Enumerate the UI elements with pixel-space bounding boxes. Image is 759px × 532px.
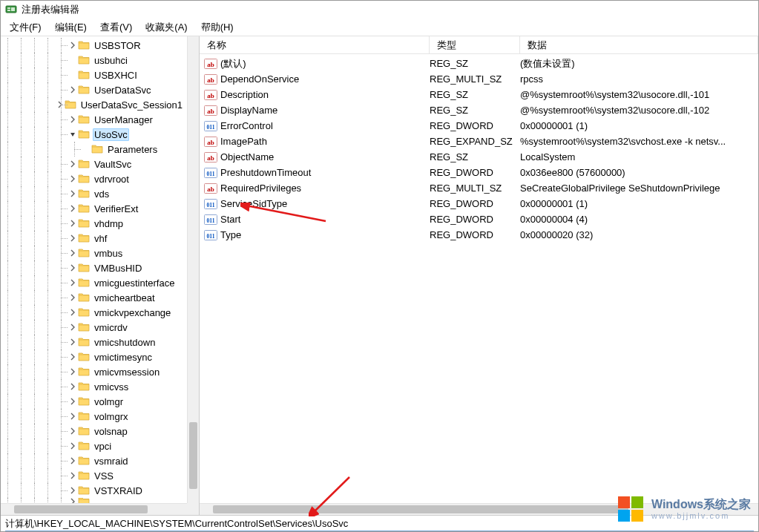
expand-icon[interactable] [68, 159, 78, 169]
tree-item[interactable]: UserDataSvc [1, 82, 187, 97]
tree-item[interactable]: volmgrx [1, 409, 187, 424]
registry-tree[interactable]: USBSTORusbuhciUSBXHCIUserDataSvcUserData… [1, 36, 187, 503]
tree-item[interactable]: vmicrdv [1, 320, 187, 335]
value-row[interactable]: 011ServiceSidTypeREG_DWORD0x00000001 (1) [200, 196, 758, 211]
tree-item[interactable]: VerifierExt [1, 201, 187, 216]
value-row[interactable]: abImagePathREG_EXPAND_SZ%systemroot%\sys… [200, 134, 758, 149]
folder-icon [78, 470, 90, 482]
expand-icon[interactable] [68, 174, 78, 184]
tree-item[interactable]: VSTXRAID [1, 483, 187, 498]
expand-icon[interactable] [68, 85, 78, 95]
value-row[interactable]: 011StartREG_DWORD0x00000004 (4) [200, 211, 758, 227]
folder-icon [78, 321, 90, 333]
expand-icon[interactable] [68, 322, 78, 332]
expand-icon[interactable] [68, 352, 78, 362]
value-row[interactable]: abDisplayNameREG_SZ@%systemroot%\system3… [200, 102, 758, 118]
expand-icon[interactable] [68, 40, 78, 50]
menu-help[interactable]: 帮助(H) [195, 19, 240, 36]
expand-icon[interactable] [68, 381, 78, 392]
expand-icon[interactable] [68, 278, 78, 288]
tree-item[interactable]: vmictimesync [1, 349, 187, 364]
value-row[interactable]: 011PreshutdownTimeoutREG_DWORD0x036ee800… [200, 165, 758, 180]
tree-item[interactable]: usbuhci [1, 53, 187, 68]
expand-icon[interactable] [68, 367, 78, 377]
expand-icon[interactable] [68, 188, 78, 199]
scrollbar-thumb[interactable] [189, 422, 197, 489]
expand-icon[interactable] [68, 426, 78, 436]
value-data: 0x00000020 (32) [520, 229, 758, 240]
expand-icon[interactable] [68, 233, 78, 243]
expand-icon[interactable] [68, 470, 78, 481]
value-name: PreshutdownTimeout [220, 167, 311, 178]
collapse-icon[interactable] [68, 129, 78, 139]
tree-item[interactable]: volsnap [1, 424, 187, 439]
value-data: rpcss [520, 73, 758, 85]
header-data[interactable]: 数据 [520, 36, 758, 53]
value-row[interactable]: abDescriptionREG_SZ@%systemroot%\system3… [200, 87, 758, 102]
tree-item-label: vmicvmsession [93, 367, 161, 378]
expand-icon[interactable] [68, 337, 78, 347]
tree-item[interactable]: vmbus [1, 246, 187, 260]
tree-item[interactable]: UsoSvc [1, 127, 187, 142]
expand-icon[interactable] [68, 114, 78, 125]
expand-icon[interactable] [68, 248, 78, 258]
expand-icon[interactable] [68, 441, 78, 451]
tree-item[interactable]: VMBusHID [1, 260, 187, 275]
value-type: REG_EXPAND_SZ [430, 136, 520, 147]
tree-item[interactable]: vmicvss [1, 379, 187, 394]
tree-item[interactable]: vhdmp [1, 216, 187, 231]
expand-icon[interactable] [68, 411, 78, 421]
tree-scrollbar-horizontal[interactable] [1, 503, 187, 515]
tree-scrollbar-vertical[interactable] [187, 36, 199, 503]
expand-icon[interactable] [68, 456, 78, 466]
tree-item[interactable]: USBXHCI [1, 68, 187, 82]
expand-icon[interactable] [68, 203, 78, 214]
value-row[interactable]: ab(默认)REG_SZ(数值未设置) [200, 56, 758, 71]
value-row[interactable]: 011ErrorControlREG_DWORD0x00000001 (1) [200, 118, 758, 134]
value-row[interactable]: abDependOnServiceREG_MULTI_SZrpcss [200, 71, 758, 87]
header-name[interactable]: 名称 [200, 36, 430, 53]
expand-icon[interactable] [68, 485, 78, 496]
header-type[interactable]: 类型 [430, 36, 520, 53]
tree-item-label: VMBusHID [93, 263, 143, 274]
tree-item-label: vds [93, 188, 111, 200]
expand-icon[interactable] [68, 307, 78, 318]
expand-icon[interactable] [68, 292, 78, 303]
tree-item[interactable]: vds [1, 186, 187, 201]
scrollbar-thumb[interactable] [14, 505, 148, 513]
tree-item[interactable]: vdrvroot [1, 171, 187, 186]
value-type: REG_MULTI_SZ [430, 73, 520, 85]
tree-item[interactable]: VSS [1, 468, 187, 483]
value-type: REG_SZ [430, 89, 520, 100]
expand-icon[interactable] [68, 396, 78, 407]
tree-item[interactable]: VaultSvc [1, 157, 187, 171]
tree-item[interactable]: vhf [1, 231, 187, 246]
value-row[interactable]: abRequiredPrivilegesREG_MULTI_SZSeCreate… [200, 180, 758, 196]
tree-item[interactable]: UserDataSvc_Session1 [1, 97, 187, 112]
tree-item[interactable]: vmicvmsession [1, 364, 187, 379]
tree-item[interactable]: vmickvpexchange [1, 305, 187, 320]
tree-item[interactable]: volmgr [1, 394, 187, 409]
registry-values-list[interactable]: ab(默认)REG_SZ(数值未设置)abDependOnServiceREG_… [200, 54, 758, 503]
tree-item[interactable]: vmicshutdown [1, 335, 187, 349]
list-scrollbar-horizontal[interactable] [200, 503, 758, 515]
binary-value-icon: 011 [204, 167, 217, 179]
tree-item[interactable]: Parameters [1, 142, 187, 157]
menu-view[interactable]: 查看(V) [94, 19, 138, 36]
tree-item[interactable]: vmicguestinterface [1, 275, 187, 290]
expand-icon[interactable] [68, 498, 78, 503]
tree-item[interactable]: USBSTOR [1, 38, 187, 53]
menu-edit[interactable]: 编辑(E) [49, 19, 93, 36]
expand-icon[interactable] [68, 263, 78, 273]
value-row[interactable]: 011TypeREG_DWORD0x00000020 (32) [200, 227, 758, 243]
tree-item[interactable] [1, 498, 187, 503]
tree-item[interactable]: vsmraid [1, 453, 187, 468]
scrollbar-thumb[interactable] [213, 505, 628, 513]
menu-favorites[interactable]: 收藏夹(A) [139, 19, 193, 36]
value-row[interactable]: abObjectNameREG_SZLocalSystem [200, 149, 758, 165]
menu-file[interactable]: 文件(F) [4, 19, 47, 36]
tree-item[interactable]: vpci [1, 439, 187, 453]
tree-item[interactable]: vmicheartbeat [1, 290, 187, 305]
tree-item[interactable]: UserManager [1, 112, 187, 127]
expand-icon[interactable] [68, 218, 78, 229]
